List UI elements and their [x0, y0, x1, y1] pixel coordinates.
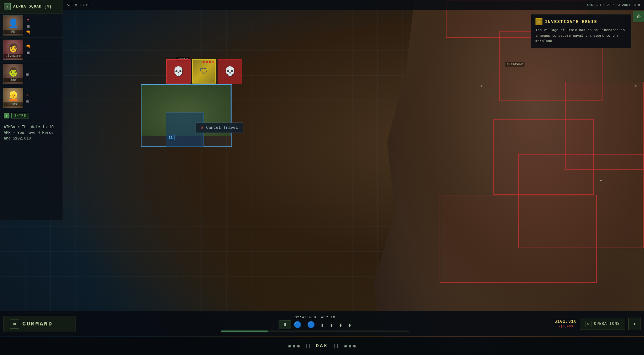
money-display-top: $102,810 — [587, 3, 604, 7]
merc-row-buns[interactable]: Buns ✚ ▣ — [0, 86, 63, 110]
avatar-md: MD — [3, 15, 23, 36]
snype-row[interactable]: ◈ SNYPE — [0, 110, 63, 121]
squad-icon: ◈ — [4, 3, 11, 10]
dot-3 — [209, 61, 211, 63]
ops-icon: ⊞ — [585, 321, 591, 327]
top-bar-right: $102,810 APR 10 2001 ⊟ ⊠ — [587, 3, 640, 7]
dot-r3 — [353, 345, 356, 347]
enemy-badges: 💀 🛡 💀 — [166, 59, 242, 84]
top-bar: A.I.M.: 3:00 $102,810 APR 10 2001 ⊟ ⊠ — [63, 0, 644, 10]
window-controls: ⊟ ⊠ — [634, 3, 640, 7]
command-label: COMMAND — [22, 321, 53, 327]
status-bar: || OAK || — [0, 337, 644, 355]
dot-r2 — [349, 345, 351, 347]
money-section: $102,810 -$3,400 — [555, 319, 577, 328]
squad-header: ◈ ALPHA SQUAD [4] — [0, 0, 63, 14]
timeline-icon-1[interactable]: ◗ — [321, 321, 324, 328]
timeline-time: 02:47 WED, APR 10 — [295, 315, 335, 319]
cancel-travel-label: Cancel Travel — [206, 125, 238, 130]
dots-right — [344, 345, 356, 347]
aimbot-message: AIMBot: The date is 10 APR – You have 4 … — [0, 121, 63, 145]
cancel-icon: ✖ — [201, 125, 203, 130]
merc-icons-buns: ✚ ▣ — [26, 92, 28, 104]
money-value: $102,810 — [555, 319, 577, 324]
command-icon: ⊞ — [10, 319, 19, 329]
merc-row-md[interactable]: MD ✚ ▣ 🔫 — [0, 14, 63, 38]
avatar-livewire: Livewire — [3, 40, 23, 60]
dot-l3 — [297, 345, 300, 347]
merc-icons-fidel: ▣ — [26, 71, 28, 77]
snype-badge: SNYPE — [11, 113, 29, 118]
cancel-travel-button[interactable]: ✖ Cancel Travel — [196, 123, 243, 133]
squad-title: ALPHA SQUAD [4] — [13, 4, 52, 9]
enemy-badge-left: 💀 — [166, 59, 191, 84]
map-icon-3: ⊞ — [599, 178, 603, 183]
item-icon-md: ▣ — [27, 23, 29, 29]
operations-button[interactable]: ⊞ OPERATIONS — [580, 318, 625, 330]
enemy-badge-right: 💀 — [218, 59, 242, 84]
item-icon-livewire: ▣ — [27, 50, 29, 55]
sector-number: 22 — [167, 135, 175, 140]
snype-icon: ◈ — [4, 113, 9, 118]
health-icon-md: ✚ — [27, 17, 29, 22]
merc-row-livewire[interactable]: Livewire 🔫 ▣ — [0, 38, 63, 62]
merc-name-livewire: Livewire — [3, 54, 23, 58]
timeline-controls: ⏸ 🔵 🔵 ◗ ◗ ◗ ◗ — [279, 320, 351, 329]
power-button[interactable]: ⏻ — [633, 11, 644, 22]
merc-name-fidel: Fidel — [3, 78, 23, 82]
item-icon-buns: ▣ — [26, 99, 28, 104]
territory-border-6 — [440, 195, 597, 283]
pause-button[interactable]: ⏸ — [279, 320, 291, 329]
quest-icon: ★ — [536, 18, 542, 25]
timeline-area: 02:47 WED, APR 10 ⏸ 🔵 🔵 ◗ ◗ ◗ ◗ — [79, 315, 552, 332]
date-display: APR 10 2001 — [608, 3, 630, 7]
bottom-bar: ⊞ COMMAND 02:47 WED, APR 10 ⏸ 🔵 🔵 ◗ ◗ ◗ … — [0, 311, 644, 336]
money-change: -$3,400 — [558, 325, 573, 328]
operations-label: OPERATIONS — [594, 322, 620, 326]
quest-description: The Village of Ernie has to be liberated… — [536, 28, 627, 44]
timeline-icon-3[interactable]: ◗ — [339, 321, 342, 328]
dot-1 — [203, 61, 205, 63]
timeline-icons: 🔵 🔵 ◗ ◗ ◗ ◗ — [294, 321, 351, 329]
fleatown-label: Fleatown — [505, 62, 525, 67]
quest-title: INVESTIGATE ERNIE — [545, 19, 597, 24]
timeline-icon-4[interactable]: ◗ — [348, 321, 352, 328]
game-title: OAK — [316, 343, 328, 349]
avatar-buns: Buns — [3, 88, 23, 108]
right-edge-buttons: ⏻ — [633, 11, 644, 22]
item-icon-fidel: ▣ — [26, 71, 28, 77]
timeline-icon-active[interactable]: 🔵 — [294, 321, 302, 329]
gun-icon-livewire: 🔫 — [26, 44, 31, 49]
map-icon-2: ⊞ — [634, 84, 638, 88]
command-button[interactable]: ⊞ COMMAND — [3, 316, 75, 332]
quest-panel: ★ INVESTIGATE ERNIE The Village of Ernie… — [531, 14, 631, 48]
gun-icon-md: 🔫 — [26, 30, 31, 35]
timeline-bar — [221, 330, 409, 332]
merc-icons-livewire: 🔫 ▣ — [26, 44, 31, 55]
info-button[interactable]: i — [628, 318, 641, 330]
merc-name-buns: Buns — [3, 102, 23, 106]
dot-2 — [206, 61, 208, 63]
quest-header: ★ INVESTIGATE ERNIE — [536, 18, 627, 25]
top-bar-left: A.I.M.: 3:00 — [67, 3, 92, 7]
timeline-icon-center[interactable]: 🔵 — [307, 321, 315, 329]
aim-status: A.I.M.: 3:00 — [67, 3, 92, 7]
info-icon: i — [633, 321, 636, 326]
map-background: Ernie 💀 🛡 💀 22 ✖ Cancel Travel Fleatown … — [0, 0, 644, 355]
avatar-fidel: Fidel — [3, 64, 23, 84]
squad-badge-center: 🛡 — [192, 59, 216, 84]
left-sidebar: ◈ ALPHA SQUAD [4] MD ✚ ▣ 🔫 Livewire 🔫 ▣ … — [0, 0, 63, 220]
separator-left: || — [305, 343, 311, 349]
badge-dots — [203, 61, 214, 63]
dot-l2 — [293, 345, 295, 347]
dots-left — [288, 345, 300, 347]
merc-row-fidel[interactable]: Fidel ▣ — [0, 62, 63, 86]
merc-name-md: MD — [3, 30, 23, 34]
merc-icons-md: ✚ ▣ 🔫 — [26, 17, 31, 35]
separator-right: || — [333, 343, 339, 349]
dot-l1 — [288, 345, 291, 347]
dot-r1 — [344, 345, 347, 347]
timeline-icon-2[interactable]: ◗ — [330, 321, 333, 328]
timeline-bar-fill — [221, 330, 268, 332]
health-icon-buns: ✚ — [26, 92, 28, 97]
